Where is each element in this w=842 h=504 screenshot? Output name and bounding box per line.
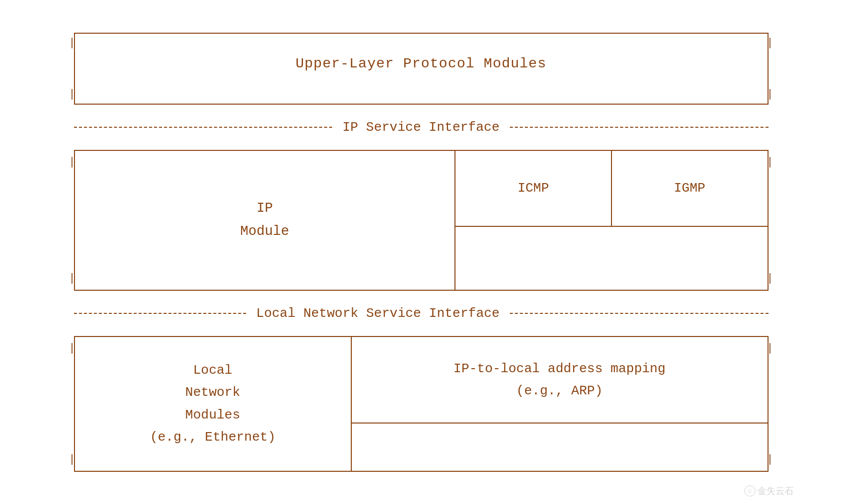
igmp-cell: IGMP xyxy=(612,151,768,226)
ip-module-label: IP Module xyxy=(240,197,289,243)
icmp-label: ICMP xyxy=(517,181,549,196)
arp-cell: IP-to-local address mapping (e.g., ARP) xyxy=(352,337,768,424)
local-network-left: Local Network Modules (e.g., Ethernet) xyxy=(75,337,352,471)
ip-module-left: IP Module xyxy=(75,151,456,290)
ip-module-bottom-empty xyxy=(455,227,767,289)
local-network-bottom-empty xyxy=(352,424,768,470)
arp-line2: (e.g., ARP) xyxy=(516,383,603,398)
ip-module-box: IP Module ICMP IGMP | | | xyxy=(74,150,769,291)
ip-module-right: ICMP IGMP xyxy=(455,151,767,290)
igmp-label: IGMP xyxy=(674,181,705,196)
ip-service-interface-label: IP Service Interface xyxy=(342,120,499,135)
local-network-service-interface: Local Network Service Interface xyxy=(74,306,769,321)
icmp-cell: ICMP xyxy=(455,151,612,226)
upper-layer-box: | | | | Upper-Layer Protocol Modules xyxy=(74,33,769,104)
watermark: ☺ 金失云石 xyxy=(744,485,794,497)
arp-line1: IP-to-local address mapping xyxy=(453,361,665,376)
local-network-label: Local Network Modules (e.g., Ethernet) xyxy=(150,359,276,448)
watermark-text: 金失云石 xyxy=(757,485,794,497)
local-network-interface-label: Local Network Service Interface xyxy=(256,306,500,321)
local-network-box: Local Network Modules (e.g., Ethernet) I… xyxy=(74,336,769,472)
ip-service-interface: IP Service Interface xyxy=(74,120,769,135)
upper-layer-title: Upper-Layer Protocol Modules xyxy=(105,46,737,92)
local-network-right: IP-to-local address mapping (e.g., ARP) xyxy=(352,337,768,471)
